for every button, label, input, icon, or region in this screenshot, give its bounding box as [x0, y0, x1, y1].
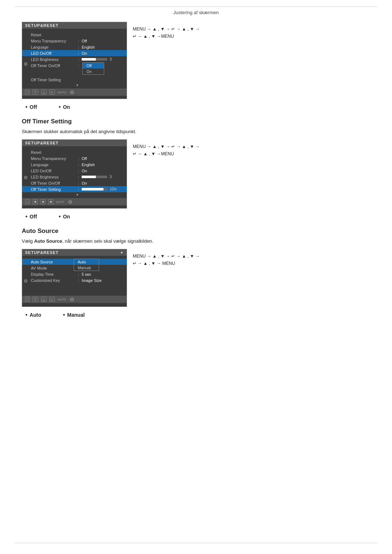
menu-nav-2: MENU → ▲ , ▼ → ↵ → ▲ , ▼ → ↵ → ▲ , ▼ →ME… [133, 139, 200, 158]
osd-row-customizedkey-3: Customized Key : Image Size [31, 277, 124, 283]
osd-row-led-brightness-2: LED Brightness : 3 [31, 174, 124, 180]
power-icon-1: ⏻ [69, 90, 75, 95]
auto-label-1: AUTO [58, 91, 66, 94]
label-off-1: Off [30, 104, 37, 110]
label-auto-3: Auto [30, 312, 41, 318]
nav-line1-3: MENU → ▲ , ▼ → ↵ → ▲ , ▼ → [133, 253, 200, 260]
label-manual-3: Manual [67, 312, 85, 318]
section-off-timer-onoff: SETUP&RESET ⚙ Reset Menu Transparency : … [22, 22, 370, 110]
section2-heading: Off Timer Setting [22, 118, 370, 125]
top-rule [15, 7, 377, 7]
section3-heading: Auto Source [22, 227, 370, 235]
osd-iconbar-1: □ ▽ △ ▷ AUTO ⏻ [22, 89, 127, 96]
up-arrow-indicator: ▲ [120, 250, 124, 254]
option-off-2: • Off [25, 214, 37, 219]
scroll-indicator-2: ▼ [31, 193, 124, 197]
icon-box-2d: ■ [48, 199, 53, 204]
icon-box-2a: □ [25, 199, 30, 204]
osd-row-offtimer-setting-2: Off Timer Setting : 10hr [22, 186, 127, 192]
menu-nav-1: MENU → ▲ , ▼ → ↵ → ▲ , ▼ → ↵ → ▲ , ▼ →ME… [133, 22, 200, 40]
menu-block-3: SETUP&RESET ▲ ⚙ Auto Source : Auto Manua… [22, 249, 370, 307]
section3-desc: Vælg Auto Source, når skærmen selv skal … [22, 238, 370, 244]
icon-box-4: ▷ [49, 90, 55, 95]
icon-box-3d: ▷ [49, 297, 55, 302]
menu-block-1: SETUP&RESET ⚙ Reset Menu Transparency : … [22, 22, 370, 99]
osd-row-displaytime-3: Display Time : 5 sec [31, 271, 124, 277]
osd-iconbar-2: □ ■ ■ ■ AUTO ⏻ [22, 198, 127, 205]
option-off-1: • Off [25, 104, 37, 110]
osd-row-autosource-3: Auto Source : Auto Manual [22, 259, 127, 265]
nav-line1-2: MENU → ▲ , ▼ → ↵ → ▲ , ▼ → [133, 143, 200, 150]
icon-box-3c: △ [41, 297, 46, 302]
gear-icon-3: ⚙ [24, 278, 28, 284]
osd-dropdown-auto: Auto Manual [74, 259, 99, 271]
osd-row-reset-1: Reset [31, 32, 124, 38]
osd-title-2: SETUP&RESET [22, 140, 127, 146]
power-icon-2: ⏻ [67, 199, 73, 204]
scroll-indicator-1: ▼ [31, 83, 124, 87]
osd-row-led-onoff-1: LED On/Off : On [22, 50, 127, 56]
dropdown-item-off-1[interactable]: Off [83, 63, 104, 69]
gear-icon-1: ⚙ [24, 61, 28, 66]
osd-panel-1: SETUP&RESET ⚙ Reset Menu Transparency : … [22, 22, 127, 99]
osd-row-reset-2: Reset [31, 149, 124, 155]
label-on-2: On [63, 214, 70, 219]
option-manual-3: • Manual [63, 312, 85, 318]
osd-row-offtimer-onoff-1: Off Timer On/Off : Off On [31, 62, 124, 69]
options-row-3: • Auto • Manual [25, 312, 370, 318]
osd-row-menutrans-1: Menu Transparency : Off [31, 38, 124, 44]
dropdown-item-manual[interactable]: Manual [74, 265, 99, 271]
osd-row-language-2: Language : English [31, 161, 124, 168]
icon-box-3a: □ [25, 297, 30, 302]
osd-dropdown-1: Off On [82, 62, 104, 75]
menu-nav-3: MENU → ▲ , ▼ → ↵ → ▲ , ▼ → ↵ → ▲ , ▼ → M… [133, 249, 200, 267]
option-on-2: • On [59, 214, 70, 219]
bullet-auto-3: • [25, 312, 28, 318]
label-off-2: Off [30, 214, 37, 219]
bullet-on-2: • [59, 214, 61, 219]
section2-desc: Skærmen slukker automatisk på det angivn… [22, 129, 370, 134]
desc-bold-3: Auto Source [34, 238, 62, 244]
osd-row-offtimer-onoff-2: Off Timer On/Off : On [31, 180, 124, 186]
section-auto-source: Auto Source Vælg Auto Source, når skærme… [22, 227, 370, 318]
osd-row-offtimer-setting-1: Off Timer Setting [31, 77, 124, 83]
osd-iconbar-3: □ ▽ △ ▷ AUTO ⏻ [22, 296, 127, 303]
osd-row-language-1: Language : English [31, 44, 124, 50]
nav-line2-2: ↵ → ▲ , ▼ →MENU [133, 150, 200, 157]
osd-row-led-onoff-2: LED On/Off : On [31, 168, 124, 174]
osd-row-menutrans-2: Menu Transparency : Off [31, 155, 124, 161]
gear-icon-2: ⚙ [24, 175, 28, 180]
icon-box-1: □ [25, 90, 30, 95]
osd-title-3: SETUP&RESET ▲ [22, 249, 127, 256]
option-auto-3: • Auto [25, 312, 41, 318]
icon-box-3: △ [41, 90, 46, 95]
page-title: Justering af skærmen [0, 10, 392, 15]
spacer-3 [31, 283, 124, 294]
auto-label-3: AUTO [58, 298, 66, 301]
nav-line1-1: MENU → ▲ , ▼ → ↵ → ▲ , ▼ → [133, 25, 200, 33]
options-row-2: • Off • On [25, 214, 370, 219]
section-off-timer-setting: Off Timer Setting Skærmen slukker automa… [22, 118, 370, 219]
dropdown-item-on-1[interactable]: On [83, 69, 104, 74]
bullet-off-1: • [25, 104, 28, 110]
bottom-rule [15, 543, 377, 543]
bullet-off-2: • [25, 214, 28, 219]
power-icon-3: ⏻ [69, 297, 75, 302]
icon-box-2c: ■ [41, 199, 45, 204]
menu-block-2: SETUP&RESET ⚙ Reset Menu Transparency : … [22, 139, 370, 209]
icon-box-3b: ▽ [33, 297, 38, 302]
options-row-1: • Off • On [25, 104, 370, 110]
desc-prefix-3: Vælg [22, 238, 34, 244]
bullet-on-1: • [59, 104, 61, 110]
nav-line2-3: ↵ → ▲ , ▼ → MENU [133, 260, 200, 267]
osd-row-led-brightness-1: LED Brightness : 3 [31, 56, 124, 62]
bullet-manual-3: • [63, 312, 65, 318]
osd-title-1: SETUP&RESET [22, 22, 127, 29]
icon-box-2b: ■ [33, 199, 37, 204]
auto-label-2: AUTO [56, 200, 64, 204]
option-on-1: • On [59, 104, 70, 110]
osd-panel-3: SETUP&RESET ▲ ⚙ Auto Source : Auto Manua… [22, 249, 127, 307]
dropdown-item-auto[interactable]: Auto [74, 259, 99, 265]
nav-line2-1: ↵ → ▲ , ▼ →MENU [133, 33, 200, 40]
icon-box-2: ▽ [33, 90, 38, 95]
